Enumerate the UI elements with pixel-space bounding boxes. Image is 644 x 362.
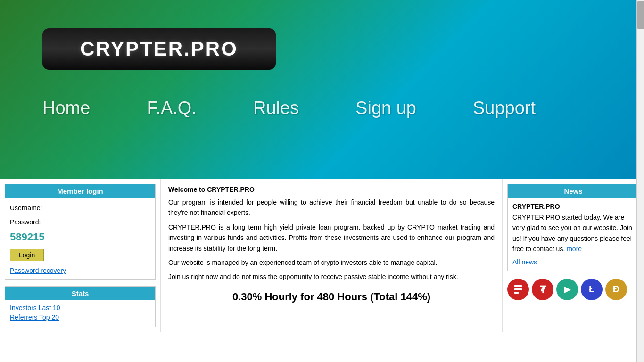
welcome-title: Welcome to CRYPTER.PRO <box>168 186 495 193</box>
member-login-header: Member login <box>5 184 155 198</box>
center-paragraph-4: Join us right now and do not miss the op… <box>168 272 495 282</box>
svg-rect-0 <box>514 285 522 287</box>
news-box: News CRYPTER.PRO CRYPTER.PRO started tod… <box>507 184 639 271</box>
username-input[interactable] <box>48 203 150 213</box>
news-site-title: CRYPTER.PRO <box>512 203 634 210</box>
stats-box: Stats Investors Last 10 Referrers Top 20 <box>5 286 156 327</box>
news-header: News <box>508 184 639 198</box>
right-sidebar: News CRYPTER.PRO CRYPTER.PRO started tod… <box>503 179 644 332</box>
crypto-icons: ₮ ▶ Ł Ð <box>507 279 639 300</box>
tether-icon[interactable]: ₮ <box>532 279 553 300</box>
tron-icon[interactable]: ▶ <box>556 279 578 300</box>
password-row: Password: <box>10 217 150 227</box>
login-button[interactable]: Login <box>10 249 44 261</box>
stats-header: Stats <box>5 287 155 300</box>
password-recovery-link[interactable]: Password recovery <box>10 267 66 274</box>
navigation: Home F.A.Q. Rules Sign up Support <box>14 89 630 128</box>
stats-links: Investors Last 10 Referrers Top 20 <box>5 300 155 327</box>
login-button-row: Login <box>10 247 150 264</box>
password-recovery-row: Password recovery <box>10 267 150 274</box>
nav-faq[interactable]: F.A.Q. <box>118 89 225 128</box>
nav-rules[interactable]: Rules <box>225 89 327 128</box>
password-label: Password: <box>10 218 48 226</box>
captcha-value: 589215 <box>10 231 48 243</box>
news-content: CRYPTER.PRO CRYPTER.PRO started today. W… <box>508 198 639 271</box>
captcha-row: 589215 <box>10 231 150 243</box>
nav-home[interactable]: Home <box>14 89 118 128</box>
center-content: Welcome to CRYPTER.PRO Our program is in… <box>160 179 503 332</box>
username-label: Username: <box>10 204 48 212</box>
scrollbar-thumb[interactable] <box>637 1 644 29</box>
main-content: Member login Username: Password: 589215 … <box>0 179 644 332</box>
captcha-input[interactable] <box>48 232 150 242</box>
username-row: Username: <box>10 203 150 213</box>
center-paragraph-2: CRYPTER.PRO is a long term high yield pr… <box>168 222 495 254</box>
news-all-link[interactable]: All news <box>512 258 634 266</box>
referrers-top-20-link[interactable]: Referrers Top 20 <box>10 313 150 321</box>
center-paragraph-3: Our website is managed by an experienced… <box>168 257 495 268</box>
header: CRYPTER.PRO Home F.A.Q. Rules Sign up Su… <box>0 0 644 179</box>
login-form: Username: Password: 589215 Login Passwor… <box>5 198 155 279</box>
svg-rect-1 <box>514 288 522 290</box>
nav-signup[interactable]: Sign up <box>327 89 445 128</box>
dogecoin-icon[interactable]: Ð <box>605 279 627 300</box>
member-login-box: Member login Username: Password: 589215 … <box>5 184 156 280</box>
left-sidebar: Member login Username: Password: 589215 … <box>0 179 160 332</box>
scrollbar[interactable] <box>636 0 644 332</box>
news-more-link[interactable]: more <box>567 245 582 253</box>
center-paragraph-1: Our program is intended for people willi… <box>168 197 495 218</box>
litecoin-icon[interactable]: Ł <box>581 279 603 300</box>
password-input[interactable] <box>48 217 150 227</box>
svg-rect-2 <box>514 292 519 294</box>
logo-box: CRYPTER.PRO <box>42 28 276 70</box>
logo-text: CRYPTER.PRO <box>80 38 238 60</box>
nav-support[interactable]: Support <box>445 89 564 128</box>
perfect-money-icon[interactable] <box>507 279 529 300</box>
promo-heading: 0.30% Hourly for 480 Hours (Total 144%) <box>168 291 495 303</box>
investors-last-10-link[interactable]: Investors Last 10 <box>10 304 150 312</box>
